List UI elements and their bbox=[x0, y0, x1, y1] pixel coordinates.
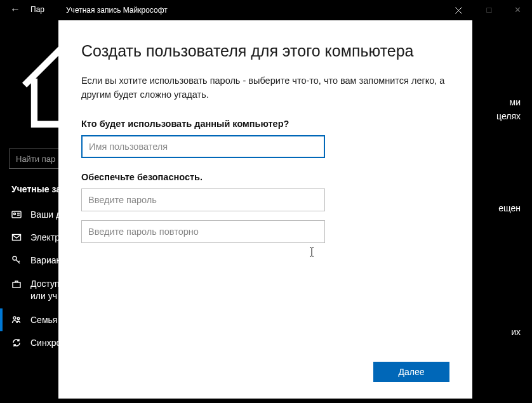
sidebar-item-label: Электр bbox=[30, 232, 60, 242]
username-input[interactable] bbox=[81, 135, 325, 158]
sidebar-item-label: Синхро bbox=[30, 338, 61, 348]
maximize-button[interactable]: □ bbox=[475, 0, 503, 19]
sidebar-item-label: Ваши д bbox=[30, 209, 61, 220]
close-button[interactable]: ✕ bbox=[503, 0, 532, 19]
sidebar-search-placeholder: Найти пар bbox=[16, 154, 55, 164]
svg-point-5 bbox=[13, 317, 16, 319]
bg-partial-text-2: ещен bbox=[498, 203, 521, 213]
briefcase-icon bbox=[11, 279, 22, 289]
back-icon[interactable]: ← bbox=[5, 4, 25, 15]
svg-rect-4 bbox=[13, 282, 20, 287]
svg-point-6 bbox=[17, 317, 19, 319]
people-icon bbox=[11, 315, 22, 325]
dialog-heading: Создать пользователя для этого компьютер… bbox=[81, 42, 449, 60]
settings-title: Пар bbox=[25, 5, 44, 14]
dialog-close-button[interactable] bbox=[444, 0, 472, 20]
microsoft-account-dialog: Учетная запись Майкрософт Создать пользо… bbox=[58, 0, 472, 399]
dialog-body: Создать пользователя для этого компьютер… bbox=[58, 20, 472, 352]
password-confirm-input[interactable] bbox=[81, 220, 325, 243]
username-question: Кто будет использовать данный компьютер? bbox=[81, 119, 449, 129]
person-card-icon bbox=[11, 209, 22, 220]
password-input[interactable] bbox=[81, 188, 325, 211]
bg-partial-text-4: их bbox=[511, 325, 521, 339]
dialog-titlebar: Учетная запись Майкрософт bbox=[58, 0, 472, 20]
sidebar-item-label: Доступ или уч bbox=[30, 278, 60, 302]
dialog-description: Если вы хотите использовать пароль - выб… bbox=[81, 74, 449, 102]
dialog-footer: Далее bbox=[58, 352, 472, 399]
svg-point-1 bbox=[14, 213, 16, 215]
sync-icon bbox=[11, 338, 22, 348]
sidebar-item-label: Семья bbox=[30, 315, 57, 325]
next-button[interactable]: Далее bbox=[373, 362, 449, 382]
security-section-label: Обеспечьте безопасность. bbox=[81, 172, 449, 182]
key-icon bbox=[11, 255, 22, 265]
close-icon bbox=[455, 7, 462, 14]
mail-icon bbox=[11, 232, 22, 242]
sidebar-item-label: Вариан bbox=[30, 255, 61, 265]
dialog-title: Учетная запись Майкрософт bbox=[58, 6, 168, 15]
